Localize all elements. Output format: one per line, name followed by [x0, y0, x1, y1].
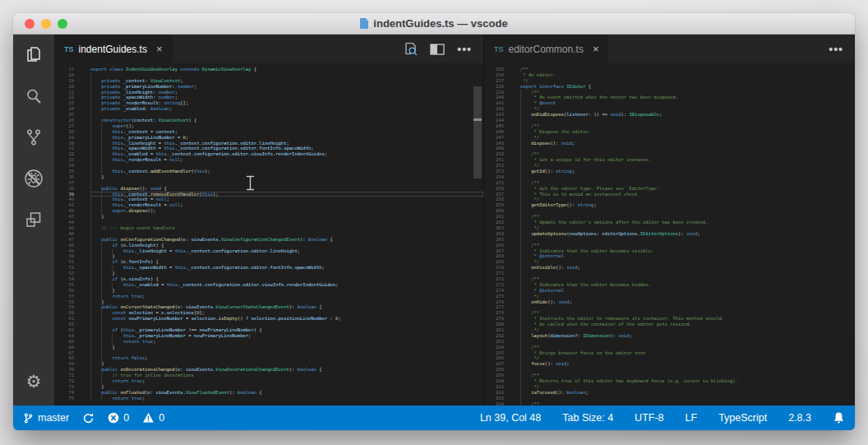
code-line[interactable]: 266 /**: [484, 243, 855, 248]
code-line[interactable]: 46: [54, 231, 483, 237]
code-line[interactable]: 291 */: [484, 384, 855, 390]
code-line[interactable]: 287 focus(): void;: [484, 361, 855, 367]
code-line[interactable]: 67: [54, 350, 483, 356]
code-line[interactable]: 51 if (e.fontInfo) {: [54, 259, 483, 265]
code-line[interactable]: 258 */: [484, 197, 855, 202]
code-line[interactable]: 47 public onConfigurationChanged(e: view…: [54, 237, 483, 243]
code-line[interactable]: 25: [54, 112, 483, 118]
code-line[interactable]: 43 }: [54, 214, 483, 220]
code-line[interactable]: 30 this._lineHeight = this._context.conf…: [54, 141, 483, 146]
code-line[interactable]: 265: [484, 237, 855, 243]
code-line[interactable]: 256 * Get the editor type. Please see `E…: [484, 186, 855, 192]
code-line[interactable]: 53 }: [54, 271, 483, 276]
code-line[interactable]: 32 this._enabled = this._context.configu…: [54, 151, 483, 157]
code-line[interactable]: 282 layout(dimension?: IDimension): void…: [484, 333, 855, 339]
code-line[interactable]: 286 */: [484, 355, 855, 361]
status-item[interactable]: Tab Size: 4: [562, 412, 613, 424]
code-line[interactable]: 72 return true;: [54, 378, 483, 384]
code-line[interactable]: 263 */: [484, 225, 855, 231]
code-line[interactable]: 288: [484, 367, 855, 373]
code-line[interactable]: 38 public dispose(): void {: [54, 186, 483, 192]
scrollbar-slider[interactable]: [473, 86, 482, 178]
code-line[interactable]: 250 /**: [484, 151, 855, 157]
sidebar-item-extensions[interactable]: [13, 199, 54, 240]
code-line[interactable]: 57 return true;: [54, 294, 483, 299]
code-line[interactable]: 65 return true;: [54, 339, 483, 345]
code-line[interactable]: 48 if (e.lineHeight) {: [54, 243, 483, 248]
code-line[interactable]: 45 // --- begin event handlers: [54, 225, 483, 231]
code-line[interactable]: 21 private _lineHeight: number;: [54, 90, 483, 95]
code-line[interactable]: 255 /**: [484, 180, 855, 186]
close-tab-icon[interactable]: ×: [156, 44, 163, 54]
code-line[interactable]: 61 const newPrimaryLineNumber = selectio…: [54, 316, 483, 322]
code-line[interactable]: 23 private _renderResult: string[];: [54, 100, 483, 106]
code-line[interactable]: 50 }: [54, 253, 483, 259]
code-line[interactable]: 294 /**: [484, 401, 855, 406]
status-item[interactable]: Ln 39, Col 48: [480, 412, 541, 424]
sidebar-item-explorer[interactable]: [13, 35, 54, 76]
code-line[interactable]: 247 */: [484, 135, 855, 141]
tab-indentguides[interactable]: TS indentGuides.ts ×: [54, 35, 173, 63]
code-line[interactable]: 40 this._context = null;: [54, 197, 483, 202]
code-line[interactable]: 238export interface IEditor {: [484, 84, 855, 90]
code-line[interactable]: 254: [484, 174, 855, 180]
code-line[interactable]: 276 onHide(): void;: [484, 299, 855, 305]
code-line[interactable]: 241 * @event: [484, 100, 855, 106]
code-line[interactable]: 235/**: [484, 67, 855, 72]
code-line[interactable]: 37: [54, 180, 483, 186]
code-line[interactable]: 33 this._renderResult = null;: [54, 157, 483, 163]
code-line[interactable]: 75 return true;: [54, 396, 483, 401]
code-line[interactable]: 261 /**: [484, 214, 855, 220]
sidebar-item-search[interactable]: [13, 76, 54, 117]
close-tab-icon[interactable]: ×: [593, 44, 599, 54]
code-line[interactable]: 236 * An editor.: [484, 72, 855, 78]
code-line[interactable]: 55 this._enabled = this._context.configu…: [54, 282, 483, 288]
code-line[interactable]: 73 }: [54, 384, 483, 390]
settings-gear-icon[interactable]: ⚙: [13, 364, 54, 406]
code-line[interactable]: 272 /**: [484, 276, 855, 282]
code-line[interactable]: 35 this._context.addEventHandler(this);: [54, 169, 483, 174]
errors-status[interactable]: 0: [108, 412, 129, 424]
code-line[interactable]: 244: [484, 118, 855, 123]
code-line[interactable]: 237 */: [484, 78, 855, 84]
code-line[interactable]: 275 */: [484, 294, 855, 299]
code-line[interactable]: 20 private _primaryLineNumber: number;: [54, 84, 483, 90]
code-line[interactable]: 59 public onCursorStateChanged(e: viewEv…: [54, 304, 483, 310]
code-line[interactable]: 44: [54, 220, 483, 225]
code-line[interactable]: 28 this._context = context;: [54, 129, 483, 135]
code-line[interactable]: 260: [484, 208, 855, 214]
code-line[interactable]: 68 return false;: [54, 355, 483, 361]
code-line[interactable]: 290 * Returns true if this editor has ke…: [484, 378, 855, 384]
code-line[interactable]: 273 * Indicates that the editor becomes …: [484, 282, 855, 288]
code-line[interactable]: 22 private _spaceWidth: number;: [54, 95, 483, 100]
code-line[interactable]: 56 }: [54, 288, 483, 294]
code-line[interactable]: 280 * be called when the container of th…: [484, 322, 855, 327]
code-line[interactable]: 64 this._primaryLineNumber = newPrimaryL…: [54, 333, 483, 339]
code-line[interactable]: 285 * Brings browser focus to the editor…: [484, 350, 855, 356]
code-line[interactable]: 269 */: [484, 259, 855, 265]
code-line[interactable]: 267 * Indicates that the editor becomes …: [484, 248, 855, 254]
code-line[interactable]: 29 this._primaryLineNumber = 0;: [54, 135, 483, 141]
code-line[interactable]: 17export class IndentGuidesOverlay exten…: [54, 67, 483, 72]
notifications-bell[interactable]: [833, 411, 845, 424]
code-line[interactable]: 63 if (this._primaryLineNumber !== newPr…: [54, 327, 483, 333]
sync-status[interactable]: [82, 412, 95, 424]
code-line[interactable]: 34: [54, 163, 483, 169]
code-line[interactable]: 277: [484, 304, 855, 310]
code-line[interactable]: 70 public onDecorationsChanged(e: viewEv…: [54, 367, 483, 373]
code-line[interactable]: 69 }: [54, 361, 483, 367]
code-line[interactable]: 289 /**: [484, 373, 855, 378]
code-line[interactable]: 284 /**: [484, 345, 855, 350]
code-line[interactable]: 253 getId(): string;: [484, 169, 855, 174]
code-line[interactable]: 270 onVisible(): void;: [484, 265, 855, 271]
git-branch-status[interactable]: master: [23, 412, 69, 424]
code-line[interactable]: 58 }: [54, 299, 483, 305]
code-line[interactable]: 31 this._spaceWidth = this._context.conf…: [54, 146, 483, 151]
code-line[interactable]: 36 }: [54, 174, 483, 180]
code-line[interactable]: 62: [54, 322, 483, 327]
search-editor-icon[interactable]: [404, 42, 418, 56]
code-line[interactable]: 24 private _enabled: boolean;: [54, 106, 483, 112]
code-line[interactable]: 251 * Get a unique id for this editor in…: [484, 157, 855, 163]
tab-editorcommon[interactable]: TS editorCommon.ts ×: [484, 35, 608, 63]
code-line[interactable]: 240 * An event emitted when the editor h…: [484, 95, 855, 100]
